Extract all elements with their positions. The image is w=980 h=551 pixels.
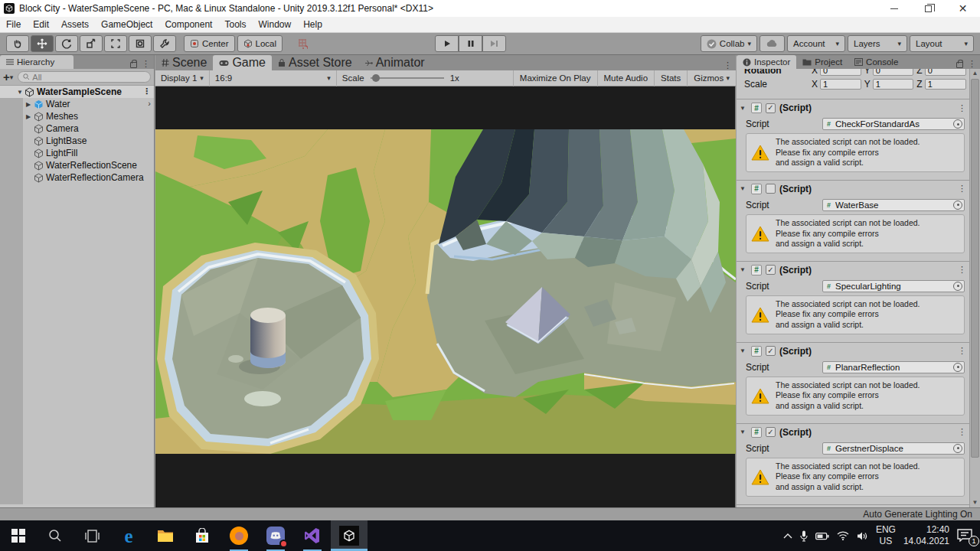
tab-hierarchy[interactable]: Hierarchy bbox=[0, 55, 74, 69]
microsoft-store-icon[interactable] bbox=[184, 520, 220, 551]
component-enabled-checkbox[interactable]: ✓ bbox=[766, 427, 776, 437]
scroll-up-icon[interactable]: ▲ bbox=[970, 69, 980, 78]
script-object-field[interactable]: # WaterBase bbox=[822, 199, 965, 211]
hierarchy-item-scene[interactable]: ▼ WaterSampleScene ⋮ bbox=[0, 86, 154, 98]
inspector-scrollbar[interactable]: ▲ ▼ bbox=[969, 69, 980, 507]
menu-edit[interactable]: Edit bbox=[27, 17, 55, 32]
battery-icon[interactable] bbox=[815, 532, 829, 540]
custom-tool-button[interactable] bbox=[153, 35, 176, 52]
account-dropdown[interactable]: Account▾ bbox=[787, 35, 845, 52]
prefab-open-chevron-icon[interactable]: › bbox=[148, 99, 151, 108]
object-picker-icon[interactable] bbox=[953, 363, 962, 372]
inspector-lock-icon[interactable] bbox=[956, 62, 963, 68]
step-button[interactable] bbox=[482, 35, 506, 52]
script-object-field[interactable]: # CheckForStandardAs bbox=[822, 118, 965, 130]
game-viewport[interactable] bbox=[155, 86, 736, 507]
component-kebab-icon[interactable]: ⋮ bbox=[958, 346, 966, 356]
foldout-closed-icon[interactable]: ▶ bbox=[26, 113, 34, 120]
language-indicator[interactable]: ENG US bbox=[876, 524, 896, 547]
unity-taskbar-icon[interactable] bbox=[331, 520, 368, 551]
tab-game[interactable]: Game bbox=[213, 55, 272, 70]
task-view-button[interactable] bbox=[74, 520, 110, 551]
pivot-toggle[interactable]: Center bbox=[184, 35, 235, 52]
stats-button[interactable]: Stats bbox=[654, 70, 687, 86]
foldout-open-icon[interactable]: ▼ bbox=[740, 105, 747, 112]
grid-snap-button[interactable] bbox=[291, 35, 314, 52]
object-picker-icon[interactable] bbox=[953, 119, 962, 129]
rotate-tool-button[interactable] bbox=[55, 35, 78, 52]
orientation-toggle[interactable]: Local bbox=[237, 35, 283, 52]
menu-component[interactable]: Component bbox=[158, 17, 218, 32]
tab-scene[interactable]: Scene bbox=[155, 55, 213, 70]
tab-console[interactable]: Console bbox=[848, 55, 904, 69]
move-tool-button[interactable] bbox=[31, 35, 54, 52]
rotation-y-field[interactable]: 0 bbox=[873, 69, 914, 76]
menu-gameobject[interactable]: GameObject bbox=[95, 17, 158, 32]
component-enabled-checkbox[interactable]: ✓ bbox=[766, 346, 776, 356]
hierarchy-item-meshes[interactable]: ▶ Meshes bbox=[0, 110, 154, 122]
scrollbar-thumb[interactable] bbox=[971, 79, 979, 458]
game-panel-kebab-icon[interactable]: ⋮ bbox=[724, 60, 732, 70]
maximize-on-play-button[interactable]: Maximize On Play bbox=[513, 70, 597, 86]
component-kebab-icon[interactable]: ⋮ bbox=[958, 184, 966, 194]
scale-z-field[interactable]: 1 bbox=[925, 79, 966, 90]
rotation-x-field[interactable]: 0 bbox=[820, 69, 861, 76]
display-dropdown[interactable]: Display 1▾ bbox=[155, 70, 210, 86]
menu-assets[interactable]: Assets bbox=[55, 17, 95, 32]
foldout-open-icon[interactable]: ▼ bbox=[740, 266, 747, 273]
script-object-field[interactable]: # SpecularLighting bbox=[822, 280, 965, 292]
foldout-open-icon[interactable]: ▼ bbox=[740, 185, 747, 192]
component-kebab-icon[interactable]: ⋮ bbox=[958, 103, 966, 113]
foldout-open-icon[interactable]: ▼ bbox=[740, 429, 747, 435]
scale-tool-button[interactable] bbox=[80, 35, 103, 52]
tab-project[interactable]: Project bbox=[796, 55, 848, 69]
tab-animator[interactable]: Animator bbox=[358, 55, 431, 70]
object-picker-icon[interactable] bbox=[953, 282, 962, 291]
component-enabled-checkbox[interactable]: ✓ bbox=[766, 265, 776, 275]
hierarchy-item-camera[interactable]: Camera bbox=[0, 122, 154, 135]
foldout-open-icon[interactable]: ▼ bbox=[740, 347, 747, 354]
speaker-icon[interactable] bbox=[857, 531, 868, 541]
menu-help[interactable]: Help bbox=[297, 17, 328, 32]
minimize-button[interactable] bbox=[877, 0, 911, 17]
tray-expand-icon[interactable] bbox=[783, 533, 792, 539]
script-object-field[interactable]: # PlanarReflection bbox=[822, 361, 965, 373]
visual-studio-icon[interactable] bbox=[294, 520, 331, 551]
microphone-icon[interactable] bbox=[800, 530, 808, 542]
collab-button[interactable]: Collab▾ bbox=[701, 35, 757, 52]
scale-slider-knob[interactable] bbox=[372, 74, 380, 82]
component-enabled-checkbox[interactable]: ✓ bbox=[766, 103, 776, 113]
tab-inspector[interactable]: Inspector bbox=[737, 55, 796, 69]
taskbar-search-button[interactable] bbox=[37, 520, 74, 551]
hierarchy-item-waterreflectionscene[interactable]: WaterReflectionScene bbox=[0, 159, 154, 171]
layout-dropdown[interactable]: Layout▾ bbox=[910, 35, 974, 52]
hierarchy-menu-kebab-icon[interactable]: ⋮ bbox=[142, 59, 150, 69]
transform-tool-button[interactable] bbox=[129, 35, 152, 52]
foldout-closed-icon[interactable]: ▶ bbox=[26, 101, 34, 108]
hierarchy-item-lightbase[interactable]: LightBase bbox=[0, 135, 154, 147]
scale-y-field[interactable]: 1 bbox=[873, 79, 914, 90]
mute-audio-button[interactable]: Mute Audio bbox=[597, 70, 655, 86]
hierarchy-item-waterreflectioncamera[interactable]: WaterReflectionCamera bbox=[0, 171, 154, 184]
hierarchy-item-lightfill[interactable]: LightFill bbox=[0, 147, 154, 159]
scene-kebab-icon[interactable]: ⋮ bbox=[142, 86, 151, 96]
scale-slider[interactable] bbox=[371, 77, 444, 79]
create-button[interactable]: + bbox=[3, 71, 10, 83]
play-button[interactable] bbox=[435, 35, 459, 52]
file-explorer-icon[interactable] bbox=[147, 520, 184, 551]
create-caret-icon[interactable]: ▾ bbox=[10, 73, 14, 81]
start-button[interactable] bbox=[0, 520, 37, 551]
hand-tool-button[interactable] bbox=[6, 35, 29, 52]
hierarchy-search-input[interactable]: All bbox=[18, 71, 151, 83]
gizmos-dropdown[interactable]: Gizmos ▾ bbox=[687, 70, 736, 86]
menu-file[interactable]: File bbox=[0, 17, 27, 32]
clock[interactable]: 12:40 14.04.2021 bbox=[903, 524, 949, 547]
component-kebab-icon[interactable]: ⋮ bbox=[958, 427, 966, 437]
inspector-menu-kebab-icon[interactable]: ⋮ bbox=[968, 59, 976, 69]
tab-asset-store[interactable]: Asset Store bbox=[272, 55, 358, 70]
aspect-dropdown[interactable]: 16:9▾ bbox=[210, 70, 337, 86]
action-center-button[interactable]: 1 bbox=[957, 529, 974, 543]
object-picker-icon[interactable] bbox=[953, 444, 962, 453]
scale-x-field[interactable]: 1 bbox=[820, 79, 861, 90]
pause-button[interactable] bbox=[459, 35, 482, 52]
